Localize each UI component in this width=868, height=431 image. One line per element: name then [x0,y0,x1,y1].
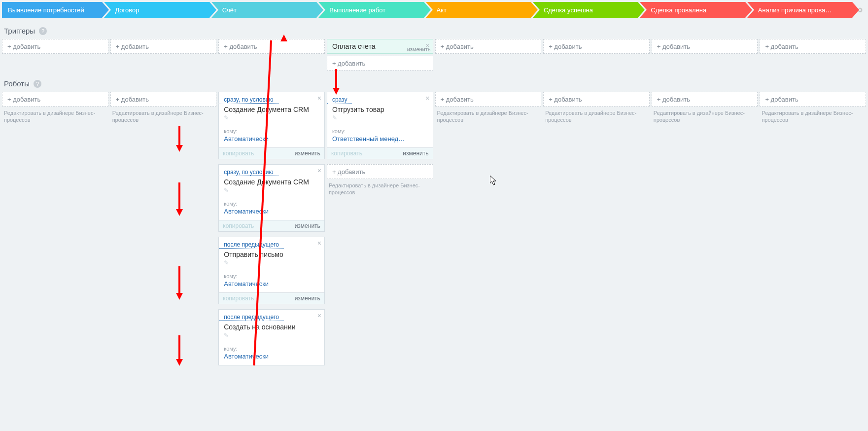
robot-title: Создание Документа CRM [219,176,324,187]
who-label: кому: [219,121,324,134]
pencil-icon[interactable]: ✎ [219,187,324,194]
robot-when-link[interactable]: после предыдущего [219,237,284,249]
triggers-heading: Триггеры ? [0,18,868,39]
triggers-columns: + добавить + добавить + добавить Оплата … [0,39,868,71]
trigger-col-6: + добавить [652,39,758,71]
trigger-col-3: Оплата счета × изменить + добавить [327,39,433,71]
add-robot-button[interactable]: + добавить [2,92,108,107]
close-icon[interactable]: × [317,312,321,320]
stage-item[interactable]: Анализ причина прова… [747,2,852,18]
stage-label: Сделка успешна [544,6,593,14]
add-trigger-button[interactable]: + добавить [652,39,758,54]
robot-col-1: + добавить Редактировать в дизайнере Биз… [110,92,217,370]
bp-designer-link[interactable]: Редактировать в дизайнере Бизнес-процесс… [435,107,542,126]
help-icon[interactable]: ? [34,80,41,88]
stage-item[interactable]: Счёт [211,2,316,18]
edit-link[interactable]: изменить [403,150,428,157]
robot-who-link[interactable]: Ответственный менед… [327,134,433,147]
add-trigger-button[interactable]: + добавить [543,39,650,54]
add-trigger-button[interactable]: + добавить [2,39,108,54]
stage-item[interactable]: Выявление потребностей [2,2,102,18]
robot-title: Отправить письмо [219,249,324,259]
add-trigger-button[interactable]: + добавить [760,39,866,54]
trigger-col-0: + добавить [2,39,108,71]
robot-when-link[interactable]: сразу [327,92,352,104]
robots-columns: + добавить Редактировать в дизайнере Биз… [0,92,868,370]
robot-when-link[interactable]: сразу, по условию [219,165,278,176]
pencil-icon[interactable]: ✎ [219,332,324,339]
close-icon[interactable]: × [317,239,321,247]
stage-item[interactable]: Акт [426,2,531,18]
edit-link[interactable]: изменить [295,150,320,157]
edit-link[interactable]: изменить [407,46,431,52]
stage-label: Договор [115,6,139,14]
robot-card[interactable]: × сразу, по условию Создание Документа C… [218,92,325,159]
bp-designer-link[interactable]: Редактировать в дизайнере Бизнес-процесс… [327,179,433,198]
stage-label: Сделка провалена [651,6,706,14]
robot-who-link[interactable]: Автоматически [219,207,324,220]
trigger-col-5: + добавить [543,39,650,71]
robot-card[interactable]: × после предыдущего Отправить письмо ✎ к… [218,237,325,304]
close-icon[interactable]: × [317,167,321,175]
robot-col-5: + добавить Редактировать в дизайнере Биз… [543,92,650,370]
bp-designer-link[interactable]: Редактировать в дизайнере Бизнес-процесс… [760,107,866,126]
who-label: кому: [219,194,324,207]
add-trigger-button[interactable]: + добавить [110,39,217,54]
trigger-col-1: + добавить [110,39,217,71]
bp-designer-link[interactable]: Редактировать в дизайнере Бизнес-процесс… [652,107,758,126]
stage-label: Счёт [222,6,237,14]
robot-who-link[interactable]: Автоматически [219,134,324,147]
copy-link[interactable]: копировать [223,222,254,229]
help-icon[interactable]: ? [39,27,47,35]
who-label: кому: [327,121,433,134]
stage-item[interactable]: Выполнение работ [318,2,423,18]
add-trigger-button[interactable]: + добавить [327,56,433,71]
robot-title: Создание Документа CRM [219,104,324,114]
robot-who-link[interactable]: Автоматически [219,279,324,292]
robot-col-3: × сразу Отгрузить товар ✎ кому: Ответств… [327,92,433,370]
edit-link[interactable]: изменить [295,295,320,302]
robot-col-0: + добавить Редактировать в дизайнере Биз… [2,92,108,370]
copy-link[interactable]: копировать [223,150,254,157]
pencil-icon[interactable]: ✎ [219,259,324,266]
robot-when-link[interactable]: после предыдущего [219,310,284,321]
stage-item[interactable]: Сделка провалена [640,2,745,18]
add-robot-button[interactable]: + добавить [435,92,542,107]
robot-card[interactable]: × сразу, по условию Создание Документа C… [218,164,325,232]
stage-label: Акт [437,6,447,14]
robot-col-7: + добавить Редактировать в дизайнере Биз… [760,92,866,370]
robot-when-link[interactable]: сразу, по условию [219,92,278,104]
bp-designer-link[interactable]: Редактировать в дизайнере Бизнес-процесс… [2,107,108,126]
who-label: кому: [219,266,324,279]
add-trigger-button[interactable]: + добавить [218,39,325,54]
robots-heading: Роботы ? [0,71,868,92]
add-trigger-button[interactable]: + добавить [435,39,542,54]
add-robot-button[interactable]: + добавить [110,92,217,107]
copy-link[interactable]: копировать [331,150,362,157]
robot-title: Отгрузить товар [327,104,433,114]
copy-link[interactable]: копировать [223,295,254,302]
bp-designer-link[interactable]: Редактировать в дизайнере Бизнес-процесс… [110,107,217,126]
edit-link[interactable]: изменить [295,222,320,229]
robot-card[interactable]: × сразу Отгрузить товар ✎ кому: Ответств… [327,92,433,159]
robot-card[interactable]: × после предыдущего Создать на основании… [218,309,325,365]
robot-col-4: + добавить Редактировать в дизайнере Биз… [435,92,542,370]
robot-col-2: × сразу, по условию Создание Документа C… [218,92,325,370]
stage-item[interactable]: Договор [104,2,209,18]
close-icon[interactable]: × [317,94,321,102]
trigger-card[interactable]: Оплата счета × изменить [327,39,433,54]
add-robot-button[interactable]: + добавить [327,164,433,179]
bp-designer-link[interactable]: Редактировать в дизайнере Бизнес-процесс… [543,107,650,126]
robot-col-6: + добавить Редактировать в дизайнере Биз… [652,92,758,370]
who-label: кому: [219,339,324,352]
section-label: Триггеры [4,27,35,35]
pencil-icon[interactable]: ✎ [219,114,324,121]
add-robot-button[interactable]: + добавить [652,92,758,107]
add-robot-button[interactable]: + добавить [760,92,866,107]
pencil-icon[interactable]: ✎ [327,114,433,121]
robot-who-link[interactable]: Автоматически [219,352,324,365]
close-icon[interactable]: × [425,94,429,102]
stage-label: Выявление потребностей [8,6,84,14]
stage-item[interactable]: Сделка успешна [533,2,638,18]
add-robot-button[interactable]: + добавить [543,92,650,107]
